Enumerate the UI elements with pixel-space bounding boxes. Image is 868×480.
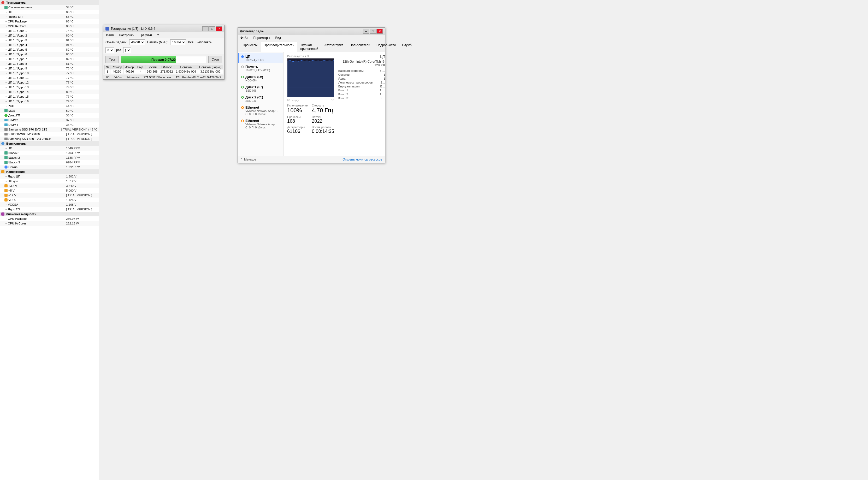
sensor-label: ЦП 1 / Ядро 2 <box>8 34 66 37</box>
less-btn[interactable]: ⌃ Меньше <box>241 158 256 161</box>
mb-icon <box>4 109 7 112</box>
sensor-value: 86 °C <box>66 20 97 23</box>
volt-icon <box>1 170 4 173</box>
task-size-label: Объём задачи: <box>105 40 127 44</box>
arrow-icon: → <box>4 180 7 183</box>
power-icon <box>1 213 4 216</box>
sensor-label: Системная плата <box>8 6 66 9</box>
sensor-label: PCH <box>8 104 66 107</box>
sensor-value: [ TRIAL VERSION ] <box>66 133 97 136</box>
task-size-select[interactable]: 46290 <box>129 39 145 45</box>
sidebar-item-sub: HDD 0% <box>245 79 281 82</box>
linx-menubar: Файл Настройки Графики ? <box>103 32 224 38</box>
list-item: →ЦП 1 / Ядро 683 °C <box>0 52 99 57</box>
sensor-label: ЦП 1 / Ядро 11 <box>8 76 66 79</box>
tab-[interactable]: Журнал приложений <box>298 42 321 52</box>
sidebar-item-диск 1 (e:)[interactable]: Диск 1 (E:)SSD 0% <box>238 84 283 94</box>
sensor-label: CPU Package <box>8 20 66 23</box>
table-header: Невязка (норм.) <box>197 65 223 69</box>
list-item: →Ядро ГП[ TRIAL VERSION ] <box>0 207 99 212</box>
tab-[interactable]: Пользователи <box>347 42 373 52</box>
tab-[interactable]: Служб… <box>399 42 418 52</box>
sidebar-item-name: Ethernet <box>245 105 259 109</box>
sensor-label: +3.3 V <box>8 184 66 187</box>
taskman-menu-file[interactable]: Файл <box>239 35 250 40</box>
sidebar-item-диск 2 (c:)[interactable]: Диск 2 (C:)SSD 1% <box>238 94 283 104</box>
taskman-sidebar: ЦП100% 4,70 ГгцПамять19,6/31,9 ГБ (61%)Д… <box>238 52 283 156</box>
sensor-value: 81 °C <box>66 62 97 65</box>
section-label: Значения мощности <box>6 213 98 216</box>
l2-row: Кэш L2: 1,… <box>338 93 385 96</box>
sidebar-item-память[interactable]: Память19,6/31,9 ГБ (61%) <box>238 63 283 73</box>
sensor-value: 83 °C <box>66 53 97 56</box>
dimm-icon <box>4 119 7 121</box>
sensor-value: [ TRIAL VERSION ] <box>66 194 97 197</box>
linx-menu-settings[interactable]: Настройки <box>118 33 136 38</box>
status-threads: 24 потока <box>127 76 140 79</box>
arrow-icon: → <box>4 222 7 225</box>
all-label: Вся <box>188 40 193 44</box>
sidebar-item-цп[interactable]: ЦП100% 4,70 Ггц <box>238 53 283 63</box>
arrow-icon: → <box>4 147 7 150</box>
execute-select[interactable]: 3 <box>105 47 114 53</box>
volt-icon <box>4 198 7 201</box>
arrow-icon: → <box>4 81 7 84</box>
linx-menu-graphs[interactable]: Графики <box>138 33 154 38</box>
arrow-icon: → <box>4 10 7 13</box>
stop-button[interactable]: Стоп <box>208 56 222 63</box>
section-label: Температуры <box>6 1 98 4</box>
list-item: →ЦП 1 / Ядро 1277 °C <box>0 80 99 85</box>
taskman-minimize-btn[interactable]: ─ <box>363 29 369 34</box>
list-item: →ЦП 1 / Ядро 1077 °C <box>0 71 99 75</box>
taskman-close-btn[interactable]: ✕ <box>376 29 383 34</box>
linx-menu-help[interactable]: ? <box>156 33 160 38</box>
arrow-icon: → <box>4 15 7 18</box>
pump-icon <box>4 165 7 169</box>
taskman-menu-params[interactable]: Параметры <box>252 35 272 40</box>
list-item: VDD21.124 V <box>0 198 99 202</box>
sidebar-item-sub: SSD 0% <box>245 89 281 92</box>
sensor-value: 1.168 V <box>66 203 97 206</box>
status-circle <box>241 65 244 68</box>
sensor-value: 6784 RPM <box>66 161 97 164</box>
list-item: ST6000VN001-2BB186[ TRIAL VERSION ] <box>0 132 99 136</box>
sidebar-item-ethernet[interactable]: EthernetVMware Network Adapt… С: 0 П: 0 … <box>238 117 283 130</box>
sensor-label: ЦП 1 / Ядро 6 <box>8 53 66 56</box>
times-unit-select[interactable]: раз <box>123 47 131 53</box>
table-cell: 4 <box>136 69 146 74</box>
arrow-icon: → <box>4 53 7 56</box>
linx-maximize-btn[interactable]: □ <box>209 26 215 31</box>
linx-close-btn[interactable]: ✕ <box>216 26 222 31</box>
sidebar-item-диск 0 (d:)[interactable]: Диск 0 (D:)HDD 0% <box>238 73 283 84</box>
linx-window-icon <box>105 27 109 31</box>
list-item: →ЦП 1 / Ядро 1480 °C <box>0 90 99 94</box>
tab-[interactable]: Процессы <box>240 42 260 52</box>
table-header: ГФлопс <box>159 65 175 69</box>
linx-statusbar: 1/3 64-бит 24 потока 271.5052 ГФлопс пик… <box>103 75 224 79</box>
taskman-maximize-btn[interactable]: □ <box>370 29 376 34</box>
linx-minimize-btn[interactable]: ─ <box>202 26 209 31</box>
progress-bar-container: Прошло 0:07:20 <box>121 56 206 63</box>
arrow-icon: → <box>4 208 7 211</box>
tab-[interactable]: Автозагрузка <box>321 42 346 52</box>
sensor-label: MOS <box>8 109 66 112</box>
volt-icon <box>4 184 7 187</box>
status-bits: 64-бит <box>114 76 122 79</box>
sensor-value: 50 °C <box>66 109 97 112</box>
table-cell: 46296 <box>123 69 136 74</box>
sensor-label: Samsung SSD 970 EVO 1TB <box>8 128 61 131</box>
disk-icon <box>4 137 7 140</box>
memory-select[interactable]: 16384 <box>170 39 186 45</box>
test-button[interactable]: Тест <box>105 56 119 63</box>
sidebar-item-ethernet[interactable]: EthernetVMware Network Adapt… С: 0 П: 0 … <box>238 104 283 117</box>
linx-menu-file[interactable]: Файл <box>104 33 115 38</box>
monitor-link[interactable]: Открыть монитор ресурсов <box>342 158 382 161</box>
tab-[interactable]: Производительность <box>261 42 297 52</box>
list-item: →ЦП 1 / Ядро 280 °C <box>0 33 99 38</box>
list-item: →CPU Package86 °C <box>0 19 99 24</box>
linx-window: Тестирование (1/3) - LinX 0.6.4 ─ □ ✕ Фа… <box>103 25 224 79</box>
taskman-menu-view[interactable]: Вид <box>274 35 282 40</box>
tab-[interactable]: Подробности <box>374 42 399 52</box>
arrow-icon: → <box>4 43 7 46</box>
sensor-label: Шасси 1 <box>8 151 66 155</box>
